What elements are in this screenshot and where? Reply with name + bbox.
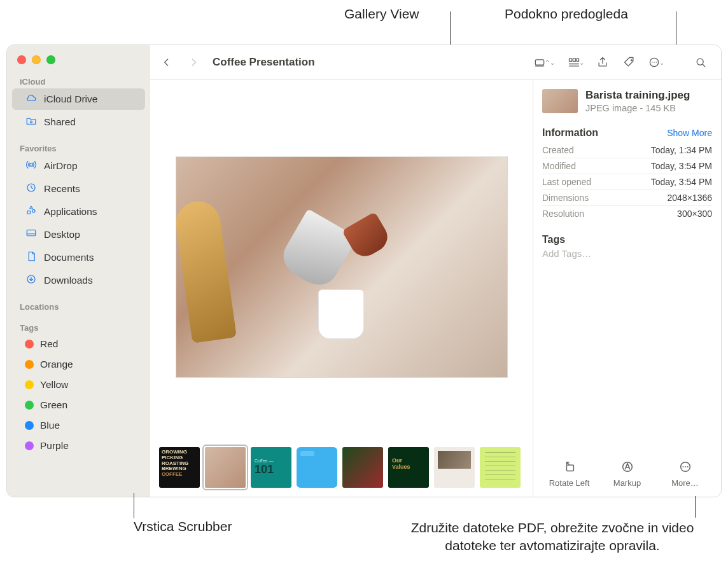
view-mode-button[interactable]: ⌃⌄ [531, 52, 557, 73]
sidebar-item-label: Downloads [44, 275, 93, 286]
forward-button[interactable] [181, 52, 206, 73]
tag-dot [25, 441, 34, 450]
svg-point-14 [697, 59, 703, 65]
rotate-left-icon [561, 458, 578, 476]
toolbar: Coffee Presentation ⌃⌄ ⌄ [150, 45, 721, 79]
info-row-lastopened: Last openedToday, 3:54 PM [542, 174, 712, 190]
info-table: CreatedToday, 1:34 PM ModifiedToday, 3:5… [542, 142, 712, 221]
share-button[interactable] [590, 52, 615, 73]
tag-dot [25, 380, 34, 389]
sidebar-item-label: Applications [44, 206, 97, 218]
sidebar-item-airdrop[interactable]: AirDrop [12, 155, 145, 177]
svg-rect-15 [566, 465, 573, 471]
downloads-icon [25, 273, 38, 287]
info-row-modified: ModifiedToday, 3:54 PM [542, 158, 712, 174]
sidebar-tag-yellow[interactable]: Yellow [12, 375, 145, 394]
sidebar-item-label: Red [40, 338, 58, 350]
callout-gallery-view: Gallery View [344, 6, 419, 22]
tag-dot [25, 340, 34, 349]
thumb-proforma[interactable] [480, 447, 521, 488]
sidebar-section-icloud: iCloud [7, 73, 150, 88]
sidebar-section-tags: Tags [7, 319, 150, 334]
callout-line [695, 496, 696, 518]
gallery-pane: GROWINGPICKINGROASTINGBREWINGCOFFEE Coff… [150, 79, 533, 497]
sidebar-item-label: Purple [40, 440, 69, 452]
thumb-growing-picking[interactable]: GROWINGPICKINGROASTINGBREWINGCOFFEE [159, 447, 200, 488]
search-button[interactable] [688, 52, 713, 73]
chevron-down-icon: ⌄ [579, 59, 584, 66]
sidebar-item-label: Documents [44, 252, 94, 263]
action-more[interactable]: More… [658, 458, 712, 488]
cloud-icon [25, 92, 38, 106]
tags-heading: Tags [542, 234, 712, 245]
thumb-barista[interactable] [205, 447, 246, 488]
markup-icon [619, 458, 636, 476]
more-actions-button[interactable]: ⌄ [643, 52, 669, 73]
svg-rect-5 [535, 60, 543, 65]
sidebar: iCloud iCloud Drive Shared Favorites Air… [7, 45, 150, 497]
main-preview-image[interactable] [176, 156, 508, 378]
maximize-button[interactable] [46, 55, 55, 64]
scrubber-bar: GROWINGPICKINGROASTINGBREWINGCOFFEE Coff… [150, 447, 533, 497]
back-button[interactable] [154, 52, 179, 73]
tags-button[interactable] [617, 52, 642, 73]
chevron-down-icon: ⌄ [659, 59, 664, 66]
thumb-our-values[interactable]: OurValues [388, 447, 429, 488]
sidebar-item-recents[interactable]: Recents [12, 178, 145, 200]
main-area: Coffee Presentation ⌃⌄ ⌄ [150, 45, 721, 497]
action-markup[interactable]: Markup [600, 458, 654, 488]
sidebar-item-icloud-drive[interactable]: iCloud Drive [12, 88, 145, 110]
info-heading: Information [542, 127, 598, 139]
finder-window: iCloud iCloud Drive Shared Favorites Air… [6, 45, 722, 497]
svg-point-19 [685, 466, 686, 467]
add-tags-field[interactable]: Add Tags… [542, 248, 712, 259]
sidebar-item-downloads[interactable]: Downloads [12, 270, 145, 291]
callout-line [134, 493, 134, 518]
thumb-cherries[interactable] [342, 447, 383, 488]
close-button[interactable] [17, 55, 26, 64]
apps-icon [25, 205, 38, 219]
thumb-coffee-101[interactable]: Coffee —101 [251, 447, 291, 488]
preview-fileinfo: JPEG image - 145 KB [585, 103, 690, 113]
sidebar-tag-purple[interactable]: Purple [12, 436, 145, 455]
preview-thumbnail [542, 89, 578, 113]
thumb-folder[interactable] [297, 447, 337, 488]
sidebar-item-desktop[interactable]: Desktop [12, 224, 145, 245]
tag-dot [25, 401, 34, 410]
sidebar-item-shared[interactable]: Shared [12, 111, 145, 133]
shared-folder-icon [25, 115, 38, 129]
sidebar-item-label: Green [40, 399, 67, 411]
sidebar-tag-blue[interactable]: Blue [12, 416, 145, 435]
svg-point-20 [687, 466, 688, 467]
show-more-link[interactable]: Show More [667, 128, 712, 138]
callout-line [450, 11, 451, 36]
ellipsis-circle-icon [676, 458, 694, 476]
desktop-icon [25, 228, 38, 242]
action-rotate-left[interactable]: Rotate Left [542, 458, 596, 488]
sidebar-tag-green[interactable]: Green [12, 396, 145, 415]
svg-point-18 [682, 466, 683, 467]
tag-dot [25, 360, 34, 369]
svg-rect-7 [573, 59, 575, 61]
chevron-updown-icon: ⌃⌄ [545, 59, 555, 66]
sidebar-item-applications[interactable]: Applications [12, 201, 145, 223]
sidebar-item-label: AirDrop [44, 160, 78, 172]
tag-dot [25, 421, 34, 430]
sidebar-tag-red[interactable]: Red [12, 335, 145, 354]
clock-icon [25, 182, 38, 196]
info-row-dimensions: Dimensions2048×1366 [542, 190, 712, 205]
info-row-resolution: Resolution300×300 [542, 205, 712, 221]
sidebar-item-documents[interactable]: Documents [12, 247, 145, 268]
minimize-button[interactable] [32, 55, 41, 64]
airdrop-icon [25, 159, 38, 173]
sidebar-tag-orange[interactable]: Orange [12, 355, 145, 374]
svg-rect-6 [570, 59, 572, 61]
sidebar-item-label: iCloud Drive [44, 93, 97, 105]
barista-image [176, 157, 507, 377]
svg-rect-8 [577, 59, 578, 61]
action-label: More… [671, 478, 699, 488]
thumb-photo-grid[interactable] [434, 447, 475, 488]
svg-point-12 [654, 62, 655, 63]
group-button[interactable]: ⌄ [563, 52, 589, 73]
sidebar-item-label: Yellow [40, 379, 68, 390]
